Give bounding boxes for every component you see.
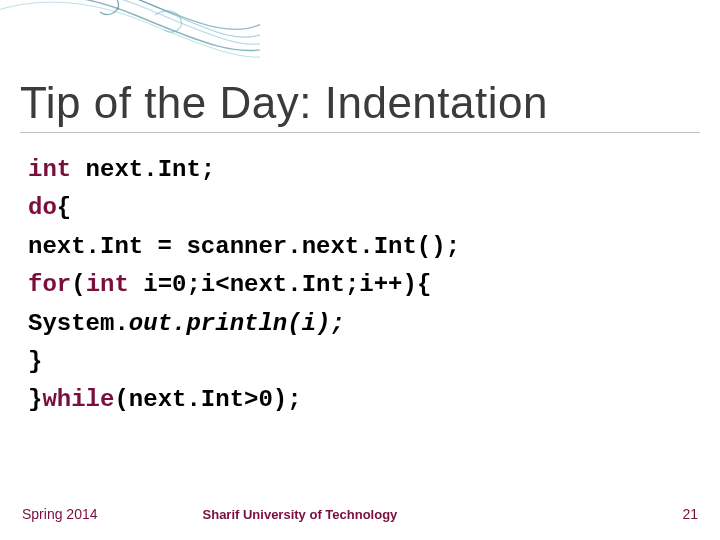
code-text: }: [28, 386, 42, 413]
code-println-italic: .println(i);: [172, 310, 345, 337]
code-text: next.Int;: [71, 156, 215, 183]
keyword-int-2: int: [86, 271, 129, 298]
slide-footer: Spring 2014 Sharif University of Technol…: [22, 506, 698, 522]
slide-title: Tip of the Day: Indentation: [20, 78, 700, 133]
footer-university: Sharif University of Technology: [203, 507, 398, 522]
keyword-int: int: [28, 156, 71, 183]
code-text: {: [57, 194, 71, 221]
code-line-4: for(int i=0;i<next.Int;i++){: [28, 266, 700, 304]
slide-content: Tip of the Day: Indentation int next.Int…: [20, 78, 700, 420]
code-text: (next.Int>0);: [114, 386, 301, 413]
footer-term: Spring 2014: [22, 506, 98, 522]
code-text: i=0;i<next.Int;i++){: [129, 271, 431, 298]
code-text: (: [71, 271, 85, 298]
code-block: int next.Int; do{ next.Int = scanner.nex…: [20, 151, 700, 420]
code-line-3: next.Int = scanner.next.Int();: [28, 228, 700, 266]
code-line-1: int next.Int;: [28, 151, 700, 189]
keyword-while: while: [42, 386, 114, 413]
code-line-7: }while(next.Int>0);: [28, 381, 700, 419]
keyword-for: for: [28, 271, 71, 298]
code-line-2: do{: [28, 189, 700, 227]
code-text: System.: [28, 310, 129, 337]
keyword-do: do: [28, 194, 57, 221]
code-line-5: System.out.println(i);: [28, 305, 700, 343]
slide-number: 21: [682, 506, 698, 522]
code-out-italic: out: [129, 310, 172, 337]
code-line-6: }: [28, 343, 700, 381]
